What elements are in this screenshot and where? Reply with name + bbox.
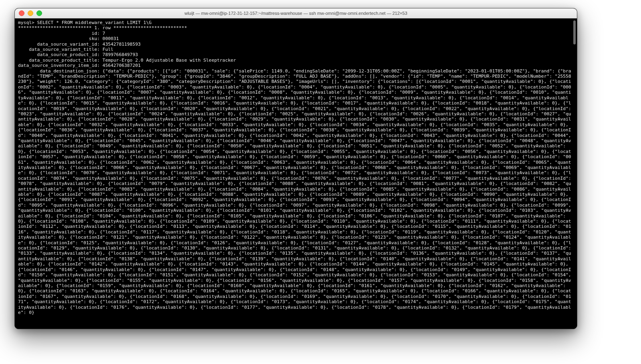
window-title: wluijt — mw-omni@ip-172-31-12-157:~/matt… [184, 11, 407, 16]
window-titlebar: wluijt — mw-omni@ip-172-31-12-157:~/matt… [15, 8, 577, 18]
terminal-output[interactable]: mysql> SELECT * FROM middleware_variant … [15, 18, 577, 329]
terminal-window: wluijt — mw-omni@ip-172-31-12-157:~/matt… [14, 8, 577, 329]
maximize-button[interactable] [36, 10, 42, 16]
scrollbar[interactable] [573, 20, 576, 326]
scrollbar-thumb[interactable] [573, 20, 576, 44]
minimize-button[interactable] [28, 10, 33, 16]
window-traffic-lights [19, 10, 42, 16]
close-button[interactable] [19, 10, 24, 16]
